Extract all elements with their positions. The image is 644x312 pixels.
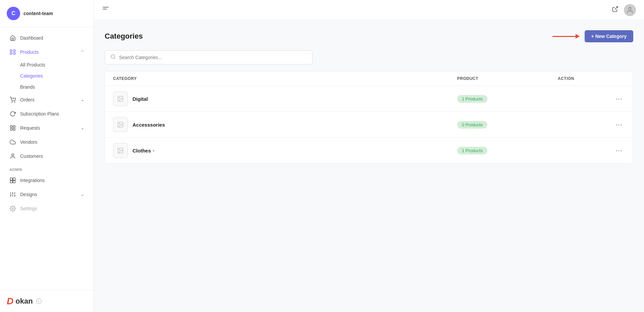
table-row: Clothes › 1 Products ⋯	[105, 138, 633, 163]
sidebar-item-customers-label: Customers	[20, 153, 43, 159]
sidebar-item-categories[interactable]: Categories	[3, 71, 91, 81]
category-cell-digital: Digital	[113, 91, 457, 106]
header-right: + New Category	[552, 30, 633, 42]
sidebar-item-customers[interactable]: Customers	[3, 149, 91, 163]
sidebar-item-products-label: Products	[20, 49, 39, 55]
topbar	[94, 0, 644, 20]
refresh-icon	[9, 110, 16, 117]
sidebar-item-all-products[interactable]: All Products	[3, 59, 91, 70]
action-cell-accessories: ⋯	[558, 119, 625, 130]
sidebar-item-subscription[interactable]: Subscription Plans	[3, 107, 91, 121]
svg-rect-11	[10, 178, 13, 180]
sidebar-header: C content-team	[0, 0, 94, 27]
category-image-accessories	[113, 117, 128, 132]
team-name: content-team	[23, 11, 53, 16]
avatar: C	[7, 7, 20, 20]
sidebar-item-orders-label: Orders	[20, 97, 35, 102]
main-content: Categories + New Category	[94, 0, 644, 312]
sidebar: C content-team Dashboard	[0, 0, 94, 312]
search-icon	[110, 54, 116, 61]
category-image-digital	[113, 91, 128, 106]
svg-line-27	[614, 7, 618, 10]
user-avatar[interactable]	[624, 4, 636, 16]
categories-table: CATEGORY PRODUCT ACTION Digital	[105, 71, 633, 164]
sidebar-item-dashboard-label: Dashboard	[20, 35, 43, 41]
search-input[interactable]	[119, 55, 307, 60]
dokan-info-icon[interactable]: i	[36, 299, 42, 304]
clothes-label: Clothes	[132, 148, 151, 153]
sidebar-item-vendors-label: Vendors	[20, 139, 37, 145]
sidebar-item-products[interactable]: Products ⌃	[3, 45, 91, 59]
header-product: PRODUCT	[457, 76, 558, 81]
sidebar-item-settings[interactable]: Settings	[3, 202, 91, 215]
sidebar-item-designs-label: Designs	[20, 192, 37, 197]
arrow-indicator	[552, 36, 579, 37]
svg-point-29	[111, 55, 115, 58]
admin-section-label: ADMIN	[0, 164, 94, 173]
home-icon	[9, 35, 16, 41]
page-content: Categories + New Category	[94, 20, 644, 312]
external-link-icon[interactable]	[612, 6, 619, 14]
sidebar-item-requests[interactable]: Requests ⌄	[3, 121, 91, 135]
svg-rect-2	[10, 53, 12, 54]
tag-icon	[9, 49, 16, 55]
svg-line-30	[114, 58, 115, 59]
dokan-brand-text: okan	[15, 297, 33, 306]
sidebar-item-settings-label: Settings	[20, 206, 37, 211]
svg-rect-0	[10, 50, 12, 51]
hamburger-menu[interactable]	[102, 5, 109, 14]
grid-icon	[9, 125, 16, 131]
product-badge-clothes: 1 Products	[457, 147, 487, 154]
svg-point-32	[119, 97, 120, 98]
search-bar	[105, 50, 313, 64]
category-cell-clothes: Clothes ›	[113, 143, 457, 158]
header-action: ACTION	[558, 76, 625, 81]
action-cell-digital: ⋯	[558, 93, 625, 104]
categories-label: Categories	[20, 73, 43, 79]
sidebar-item-vendors[interactable]: Vendors	[3, 135, 91, 149]
sidebar-item-brands[interactable]: Brands	[3, 82, 91, 92]
action-menu-clothes[interactable]: ⋯	[613, 145, 625, 156]
category-name-clothes: Clothes ›	[132, 148, 154, 153]
sidebar-footer: D okan i	[0, 290, 94, 312]
svg-rect-12	[13, 178, 15, 180]
new-category-button[interactable]: + New Category	[585, 30, 633, 42]
brands-label: Brands	[20, 84, 35, 90]
sidebar-item-designs[interactable]: Designs ⌄	[3, 188, 91, 201]
sidebar-item-requests-label: Requests	[20, 125, 40, 131]
designs-chevron-icon: ⌄	[81, 192, 84, 197]
svg-rect-9	[13, 129, 15, 130]
svg-point-24	[12, 208, 14, 210]
cart-icon	[9, 96, 16, 103]
header-category: CATEGORY	[113, 76, 457, 81]
svg-rect-3	[13, 53, 15, 54]
sidebar-item-subscription-label: Subscription Plans	[20, 111, 59, 117]
action-cell-clothes: ⋯	[558, 145, 625, 156]
sidebar-item-orders[interactable]: Orders ⌄	[3, 93, 91, 106]
action-menu-digital[interactable]: ⋯	[613, 93, 625, 104]
all-products-label: All Products	[20, 62, 45, 68]
sidebar-item-integrations-label: Integrations	[20, 178, 45, 183]
page-title: Categories	[105, 32, 143, 41]
products-subnav: All Products Categories Brands	[0, 59, 94, 92]
gear-icon	[9, 205, 16, 212]
svg-rect-1	[13, 50, 15, 51]
product-badge-digital: 1 Products	[457, 95, 487, 103]
clothes-chevron-icon: ›	[153, 148, 154, 153]
action-menu-accessories[interactable]: ⋯	[613, 119, 625, 130]
table-row: Digital 1 Products ⋯	[105, 86, 633, 112]
svg-rect-8	[10, 129, 12, 130]
sidebar-item-dashboard[interactable]: Dashboard	[3, 31, 91, 45]
svg-rect-7	[13, 126, 15, 127]
svg-rect-13	[10, 181, 13, 183]
new-category-label: + New Category	[591, 34, 627, 39]
table-header: CATEGORY PRODUCT ACTION	[105, 72, 633, 86]
person-icon	[9, 153, 16, 160]
topbar-right	[612, 4, 636, 16]
product-cell-digital: 1 Products	[457, 95, 558, 103]
svg-point-36	[119, 149, 120, 150]
sidebar-nav: Dashboard Products ⌃ All Products Catego…	[0, 27, 94, 290]
sidebar-item-integrations[interactable]: Integrations	[3, 174, 91, 187]
products-chevron-icon: ⌃	[81, 50, 84, 54]
svg-rect-14	[13, 181, 15, 183]
